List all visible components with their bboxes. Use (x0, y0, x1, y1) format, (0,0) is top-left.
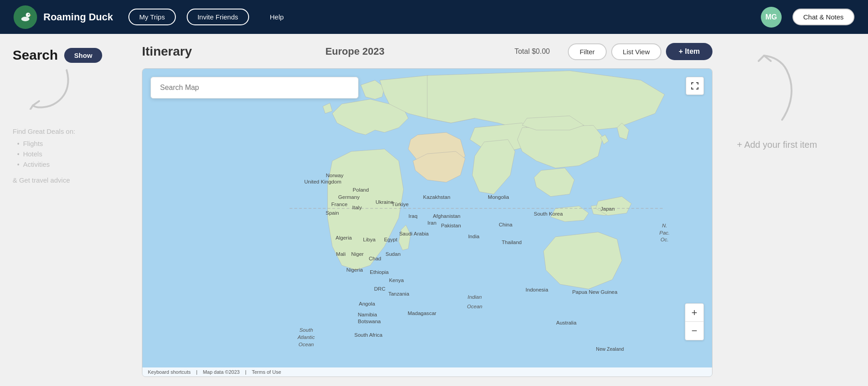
itinerary-actions: Filter List View + Item (568, 43, 712, 60)
zoom-out-button[interactable]: − (685, 322, 703, 340)
map-footer-separator2: | (245, 369, 246, 375)
right-hint-panel: + Add your first item (723, 34, 868, 386)
svg-text:China: China (499, 222, 513, 227)
svg-text:Mali: Mali (336, 251, 345, 257)
travel-advice: & Get travel advice (13, 176, 118, 184)
hint-arrow-icon (746, 52, 800, 126)
svg-text:Iran: Iran (428, 220, 437, 226)
zoom-in-button[interactable]: + (685, 304, 703, 322)
map-fullscreen-button[interactable] (686, 77, 704, 95)
svg-text:Japan: Japan (600, 206, 614, 212)
map-footer-separator: | (196, 369, 198, 375)
svg-text:Chad: Chad (369, 256, 382, 262)
map-search-input[interactable] (151, 77, 359, 99)
sidebar: Search Show Find Great Deals on: Flights… (0, 34, 131, 386)
svg-text:Thailand: Thailand (502, 240, 522, 245)
deals-item-hotels: Hotels (17, 150, 118, 158)
svg-text:Oc.: Oc. (660, 237, 669, 243)
sidebar-arrow-icon (27, 60, 123, 130)
my-trips-button[interactable]: My Trips (128, 9, 176, 25)
search-label: Search (13, 47, 58, 63)
app-name: Roaming Duck (43, 11, 113, 23)
svg-text:Niger: Niger (351, 251, 364, 257)
avatar[interactable]: MG (761, 7, 782, 28)
svg-text:France: France (331, 202, 348, 207)
svg-text:Sudan: Sudan (386, 251, 401, 257)
svg-text:Namibia: Namibia (358, 312, 377, 317)
svg-text:Tanzania: Tanzania (388, 291, 410, 297)
trip-name: Europe 2023 (241, 46, 468, 57)
svg-text:Kazakhstan: Kazakhstan (423, 194, 450, 200)
svg-text:Saudi Arabia: Saudi Arabia (399, 231, 429, 236)
deals-list: Flights Hotels Activities (17, 140, 118, 168)
svg-text:Australia: Australia (556, 320, 576, 325)
svg-text:Norway: Norway (326, 173, 344, 178)
svg-text:Poland: Poland (353, 187, 369, 193)
add-item-button[interactable]: + Item (666, 43, 712, 60)
svg-text:Pakistan: Pakistan (441, 223, 461, 228)
svg-text:N.: N. (662, 223, 667, 228)
svg-text:Ocean: Ocean (298, 342, 314, 347)
map-zoom-controls: + − (685, 303, 704, 340)
map-svg: Norway United Kingdom Poland Germany Fra… (142, 69, 712, 377)
svg-text:Ethiopia: Ethiopia (370, 269, 389, 275)
svg-text:Afghanistan: Afghanistan (433, 213, 461, 219)
map-container: Norway United Kingdom Poland Germany Fra… (142, 68, 712, 377)
svg-text:Madagascar: Madagascar (408, 311, 437, 316)
map-footer: Keyboard shortcuts | Map data ©2023 | Te… (142, 367, 712, 377)
deals-item-activities: Activities (17, 160, 118, 168)
svg-text:Indian: Indian (467, 294, 481, 300)
svg-text:Atlantic: Atlantic (297, 334, 315, 340)
svg-text:Türkiye: Türkiye (392, 202, 409, 207)
help-button[interactable]: Help (260, 9, 294, 24)
svg-text:Botswana: Botswana (358, 319, 381, 324)
add-first-item-hint: + Add your first item (737, 140, 817, 150)
svg-text:Iraq: Iraq (409, 213, 418, 219)
svg-text:Ukraine: Ukraine (376, 199, 394, 205)
svg-point-2 (26, 13, 30, 17)
svg-text:Indonesia: Indonesia (526, 287, 549, 292)
navbar: Roaming Duck My Trips Invite Friends Hel… (0, 0, 868, 34)
invite-friends-button[interactable]: Invite Friends (187, 9, 249, 25)
svg-text:Algeria: Algeria (335, 235, 352, 240)
sidebar-search-row: Search Show (13, 47, 118, 63)
content-area: Itinerary Europe 2023 Total $0.00 Filter… (131, 34, 723, 386)
itinerary-title: Itinerary (142, 44, 241, 59)
svg-text:South Korea: South Korea (534, 211, 563, 217)
svg-point-3 (28, 14, 29, 14)
svg-text:Kenya: Kenya (389, 278, 404, 283)
svg-text:Egypt: Egypt (384, 237, 397, 243)
deals-item-flights: Flights (17, 140, 118, 147)
total-cost: Total $0.00 (468, 47, 550, 56)
map-footer-shortcuts[interactable]: Keyboard shortcuts (148, 369, 191, 375)
svg-text:Libya: Libya (363, 237, 376, 243)
deals-label: Find Great Deals on: (13, 127, 118, 135)
svg-point-1 (21, 17, 29, 21)
nav-logo: Roaming Duck (14, 5, 113, 29)
svg-text:Papua New Guinea: Papua New Guinea (572, 289, 618, 295)
logo-icon (14, 5, 37, 29)
svg-text:South Africa: South Africa (354, 332, 383, 338)
svg-text:United Kingdom: United Kingdom (304, 179, 341, 184)
filter-button[interactable]: Filter (568, 43, 606, 60)
svg-text:DRC: DRC (374, 286, 386, 292)
svg-text:Angola: Angola (359, 301, 375, 306)
itinerary-header: Itinerary Europe 2023 Total $0.00 Filter… (142, 43, 712, 60)
svg-text:India: India (468, 234, 480, 239)
main-layout: Search Show Find Great Deals on: Flights… (0, 34, 868, 386)
show-button[interactable]: Show (64, 48, 102, 63)
svg-text:Italy: Italy (352, 205, 362, 210)
chat-notes-button[interactable]: Chat & Notes (793, 9, 854, 25)
svg-text:Nigeria: Nigeria (346, 267, 363, 273)
svg-text:South: South (299, 327, 313, 333)
list-view-button[interactable]: List View (611, 43, 662, 60)
svg-text:Pac.: Pac. (659, 230, 670, 235)
svg-text:Ocean: Ocean (467, 304, 482, 309)
svg-text:Mongolia: Mongolia (488, 194, 509, 200)
svg-text:Germany: Germany (338, 194, 360, 200)
svg-text:Spain: Spain (326, 210, 339, 216)
map-terms-link[interactable]: Terms of Use (252, 369, 281, 375)
svg-text:New Zealand: New Zealand (596, 346, 624, 352)
map-footer-data: Map data ©2023 (203, 369, 240, 375)
